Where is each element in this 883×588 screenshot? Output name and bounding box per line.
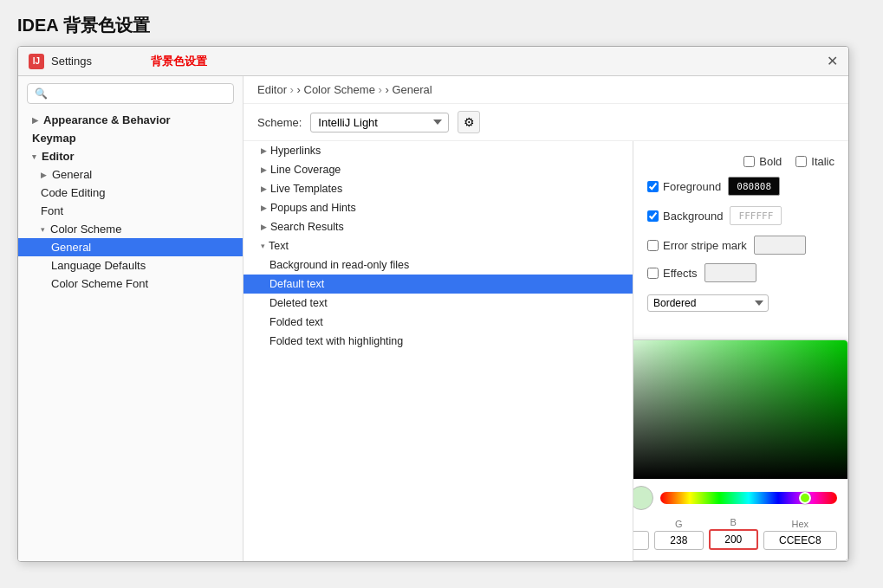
r-field: R xyxy=(633,519,649,550)
list-item-label-text: Text xyxy=(269,240,289,252)
hue-thumb xyxy=(799,492,811,504)
list-item-live-templates[interactable]: ▶ Live Templates xyxy=(243,179,633,198)
bold-checkbox[interactable] xyxy=(743,156,755,167)
g-label: G xyxy=(675,519,683,529)
sidebar-item-font[interactable]: Font xyxy=(18,202,243,220)
error-stripe-swatch[interactable] xyxy=(754,236,806,255)
color-gradient[interactable] xyxy=(633,340,847,479)
list-item-label-deleted-text: Deleted text xyxy=(269,297,328,309)
italic-checkbox[interactable] xyxy=(795,156,807,167)
effects-label: Effects xyxy=(663,267,698,280)
tree-arrow-icon: ▶ xyxy=(41,171,47,179)
annotation-label: 背景色设置 xyxy=(151,54,207,69)
hex-field: Hex xyxy=(763,519,837,550)
search-icon: 🔍 xyxy=(35,87,48,100)
sidebar-item-label-cs-font: Color Scheme Font xyxy=(51,277,148,290)
sidebar-item-general[interactable]: ▶General xyxy=(18,165,243,184)
app-icon: IJ xyxy=(29,54,44,69)
list-item-search-results[interactable]: ▶ Search Results xyxy=(243,217,633,236)
scheme-label: Scheme: xyxy=(257,116,302,129)
error-stripe-row: Error stripe mark xyxy=(647,236,834,255)
list-arrow-icon: ▶ xyxy=(261,223,267,231)
gear-button[interactable]: ⚙ xyxy=(458,111,480,133)
list-item-folded-text[interactable]: Folded text xyxy=(243,313,633,332)
sidebar-item-cs-font[interactable]: Color Scheme Font xyxy=(18,275,243,293)
settings-window: IJ Settings 背景色设置 ✕ 🔍 ▶Appearance & Beha… xyxy=(17,46,849,562)
sidebar-item-code-editing[interactable]: Code Editing xyxy=(18,184,243,202)
sidebar-item-general-sub[interactable]: General xyxy=(18,238,243,256)
scheme-select[interactable]: IntelliJ Light Darcula High contrast xyxy=(310,113,449,132)
items-list: ▶ Hyperlinks▶ Line Coverage▶ Live Templa… xyxy=(243,141,633,561)
effects-checkbox-label[interactable]: Effects xyxy=(647,267,698,280)
breadcrumb-part-editor: Editor xyxy=(257,83,287,96)
picker-rgb: R G B Hex xyxy=(633,510,847,550)
b-field: B xyxy=(709,517,758,550)
scheme-bar: Scheme: IntelliJ Light Darcula High cont… xyxy=(243,104,848,141)
error-stripe-checkbox[interactable] xyxy=(647,240,659,251)
search-input[interactable] xyxy=(51,87,226,100)
color-preview xyxy=(633,486,653,510)
list-item-bg-readonly[interactable]: Background in read-only files xyxy=(243,255,633,275)
page-title: IDEA 背景色设置 xyxy=(0,0,883,46)
list-item-popups-hints[interactable]: ▶ Popups and Hints xyxy=(243,198,633,217)
breadcrumb-part-general: › General xyxy=(378,83,432,96)
sidebar-item-label-color-scheme: Color Scheme xyxy=(50,223,121,236)
list-item-default-text[interactable]: Default text xyxy=(243,275,633,294)
color-picker-popup: 🖊 R xyxy=(633,339,848,561)
sidebar-item-editor[interactable]: ▾Editor xyxy=(18,147,243,165)
b-label: B xyxy=(730,517,737,527)
sidebar-item-label-editor: Editor xyxy=(42,150,75,163)
foreground-label: Foreground xyxy=(663,180,721,193)
b-input[interactable] xyxy=(709,529,758,550)
list-item-text[interactable]: ▾ Text xyxy=(243,236,633,255)
background-checkbox-label[interactable]: Background xyxy=(647,210,723,223)
background-checkbox[interactable] xyxy=(647,210,659,222)
bordered-select[interactable]: Bordered Underscored Bold underscored Un… xyxy=(647,294,769,312)
hex-input[interactable] xyxy=(763,531,837,550)
bordered-dropdown-row: Bordered Underscored Bold underscored Un… xyxy=(647,291,834,312)
list-item-label-folded-text: Folded text xyxy=(269,316,323,328)
italic-checkbox-label[interactable]: Italic xyxy=(795,155,834,168)
foreground-swatch[interactable]: 080808 xyxy=(728,177,780,196)
sidebar-item-color-scheme[interactable]: ▾Color Scheme xyxy=(18,220,243,238)
list-item-hyperlinks[interactable]: ▶ Hyperlinks xyxy=(243,141,633,160)
close-button[interactable]: ✕ xyxy=(827,53,838,69)
tree-arrow-icon: ▶ xyxy=(32,116,38,125)
hex-label: Hex xyxy=(792,519,809,529)
sidebar-item-label-general: General xyxy=(52,168,92,181)
list-arrow-icon: ▶ xyxy=(261,184,267,193)
breadcrumb: Editor › Color Scheme › General xyxy=(243,76,848,104)
foreground-checkbox-label[interactable]: Foreground xyxy=(647,180,721,193)
g-field: G xyxy=(654,519,704,550)
list-item-folded-highlight[interactable]: Folded text with highlighting xyxy=(243,332,633,351)
breadcrumb-part-colorscheme: › Color Scheme xyxy=(290,83,375,96)
list-item-line-coverage[interactable]: ▶ Line Coverage xyxy=(243,160,633,179)
titlebar: IJ Settings 背景色设置 ✕ xyxy=(18,47,848,76)
sidebar-item-appearance[interactable]: ▶Appearance & Behavior xyxy=(18,111,243,129)
search-box[interactable]: 🔍 xyxy=(27,83,234,104)
foreground-checkbox[interactable] xyxy=(647,181,659,192)
background-swatch[interactable]: FFFFFF xyxy=(730,206,782,225)
sidebar-tree: ▶Appearance & BehaviorKeymap▾Editor▶Gene… xyxy=(18,111,243,293)
tree-arrow-icon: ▾ xyxy=(32,152,36,161)
sidebar-item-label-code-editing: Code Editing xyxy=(41,186,105,199)
window-title: Settings xyxy=(51,55,92,68)
effects-swatch[interactable] xyxy=(704,263,756,282)
sidebar-item-lang-defaults[interactable]: Language Defaults xyxy=(18,256,243,275)
main-content: Editor › Color Scheme › General Scheme: … xyxy=(243,76,848,561)
effects-checkbox[interactable] xyxy=(647,268,659,279)
background-row: Background FFFFFF xyxy=(647,206,834,225)
list-item-label-folded-highlight: Folded text with highlighting xyxy=(269,335,403,347)
sidebar-item-keymap[interactable]: Keymap xyxy=(18,129,243,147)
sidebar-item-label-lang-defaults: Language Defaults xyxy=(51,259,146,272)
bold-checkbox-label[interactable]: Bold xyxy=(743,155,782,168)
list-item-label-live-templates: Live Templates xyxy=(270,183,342,195)
g-input[interactable] xyxy=(654,531,704,550)
hue-slider[interactable] xyxy=(660,492,837,504)
error-stripe-label[interactable]: Error stripe mark xyxy=(647,239,747,252)
sidebar-item-label-appearance: Appearance & Behavior xyxy=(43,113,171,126)
r-input[interactable] xyxy=(633,531,649,550)
list-item-deleted-text[interactable]: Deleted text xyxy=(243,294,633,313)
list-arrow-icon: ▶ xyxy=(261,146,267,155)
foreground-row: Foreground 080808 xyxy=(647,177,834,196)
